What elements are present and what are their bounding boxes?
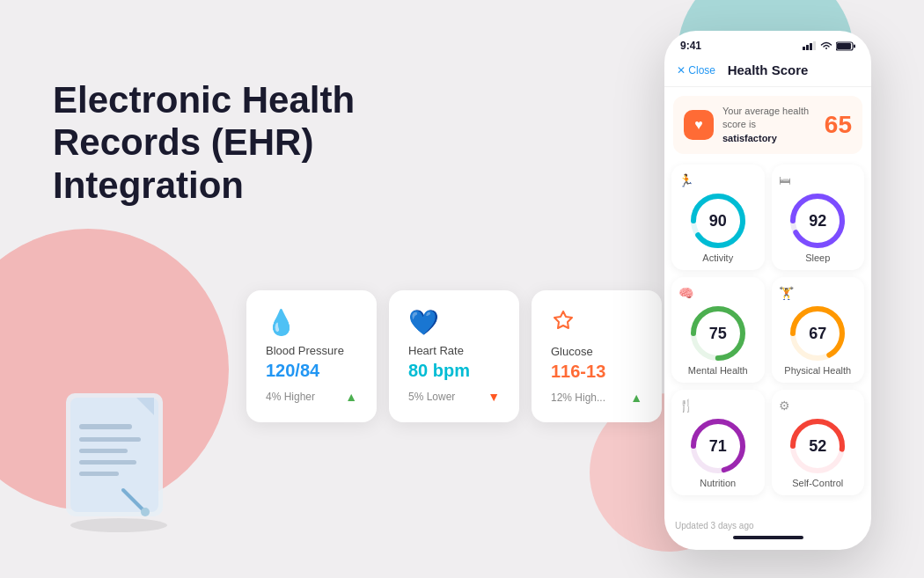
phone-footer: Updated 3 days ago [664, 514, 871, 550]
score-value-mental-health: 75 [709, 325, 727, 343]
score-value-self-control: 52 [809, 437, 826, 456]
metric-card-blood-pressure: 💧 Blood Pressure 120/84 4% Higher ▲ [246, 290, 377, 422]
home-bar [733, 536, 803, 539]
svg-rect-14 [813, 41, 816, 50]
score-icon-nutrition: 🍴 [678, 399, 693, 413]
score-value-physical-health: 67 [809, 325, 826, 343]
updated-text: Updated 3 days ago [675, 521, 754, 530]
score-label-activity: Activity [702, 252, 733, 263]
phone-status-bar: 9:41 [664, 31, 871, 57]
svg-rect-16 [837, 43, 851, 49]
card-value-glucose: 116-13 [551, 362, 642, 382]
close-button[interactable]: ✕ Close [677, 64, 715, 77]
svg-rect-8 [79, 472, 119, 476]
card-icon-glucose [551, 308, 642, 338]
card-value-blood-pressure: 120/84 [266, 361, 357, 381]
health-heart-icon: ♥ [684, 110, 714, 140]
svg-rect-17 [854, 44, 855, 48]
card-footer-blood-pressure: 4% Higher ▲ [266, 390, 357, 404]
score-icon-mental-health: 🧠 [678, 286, 693, 300]
phone-content[interactable]: 🏃 90 Activity 🛏 92 Sleep 🧠 [664, 161, 871, 514]
svg-rect-5 [79, 437, 141, 442]
score-label-sleep: Sleep [805, 252, 830, 263]
footer-text-blood-pressure: 4% Higher [266, 391, 315, 403]
score-label-self-control: Self-Control [792, 478, 843, 488]
metric-cards: 💧 Blood Pressure 120/84 4% Higher ▲ 💙 He… [246, 290, 662, 422]
card-icon-heart-rate: 💙 [408, 308, 500, 337]
score-label-physical-health: Physical Health [784, 365, 851, 376]
card-label-glucose: Glucose [551, 345, 642, 358]
left-section: Electronic Health Records (EHR) Integrat… [53, 79, 387, 207]
footer-text-glucose: 12% High... [551, 391, 605, 404]
status-icons [803, 41, 855, 51]
health-score-description: Your average health score is satisfactor… [722, 105, 816, 145]
svg-rect-2 [70, 398, 158, 512]
score-icon-self-control: ⚙ [779, 399, 790, 413]
score-label-mental-health: Mental Health [688, 365, 748, 376]
score-grid: 🏃 90 Activity 🛏 92 Sleep 🧠 [671, 161, 864, 499]
score-icon-physical-health: 🏋 [779, 286, 794, 300]
score-icon-activity: 🏃 [678, 173, 693, 187]
score-circle-nutrition: 71 [690, 418, 746, 474]
card-icon-blood-pressure: 💧 [266, 308, 357, 337]
card-label-heart-rate: Heart Rate [408, 344, 500, 357]
wifi-icon [820, 41, 832, 50]
score-circle-activity: 90 [690, 193, 746, 249]
phone-header: ✕ Close Health Score [664, 57, 871, 87]
card-footer-heart-rate: 5% Lower ▼ [408, 390, 500, 404]
svg-point-10 [141, 508, 150, 516]
svg-rect-7 [79, 460, 136, 465]
card-value-heart-rate: 80 bpm [408, 361, 500, 381]
metric-card-glucose: Glucose 116-13 12% High... ▲ [532, 290, 662, 422]
score-value-activity: 90 [709, 212, 727, 230]
score-card-sleep: 🛏 92 Sleep [772, 165, 865, 270]
score-card-physical-health: 🏋 67 Physical Health [772, 277, 865, 383]
svg-rect-4 [79, 424, 132, 429]
footer-text-heart-rate: 5% Lower [408, 391, 455, 403]
svg-rect-13 [810, 43, 812, 50]
card-label-blood-pressure: Blood Pressure [266, 344, 357, 357]
phone-mockup: 9:41 ✕ Close Health Score [664, 31, 871, 550]
doc-illustration [48, 376, 189, 534]
score-value-sleep: 92 [809, 212, 826, 230]
score-card-mental-health: 🧠 75 Mental Health [671, 277, 765, 383]
status-time: 9:41 [680, 40, 701, 52]
score-value-nutrition: 71 [709, 437, 727, 456]
trend-up-icon: ▲ [630, 391, 642, 405]
score-card-nutrition: 🍴 71 Nutrition [671, 390, 765, 495]
score-card-activity: 🏃 90 Activity [671, 165, 765, 270]
health-score-banner: ♥ Your average health score is satisfact… [673, 96, 862, 154]
card-footer-glucose: 12% High... ▲ [551, 391, 642, 405]
phone-header-title: Health Score [728, 62, 809, 77]
main-title: Electronic Health Records (EHR) Integrat… [53, 79, 387, 207]
score-circle-physical-health: 67 [789, 305, 846, 362]
trend-down-icon: ▼ [488, 390, 500, 404]
score-label-nutrition: Nutrition [700, 478, 736, 488]
svg-rect-6 [79, 449, 128, 453]
battery-icon [836, 41, 855, 51]
score-icon-sleep: 🛏 [779, 173, 791, 187]
metric-card-heart-rate: 💙 Heart Rate 80 bpm 5% Lower ▼ [389, 290, 519, 422]
score-circle-self-control: 52 [789, 418, 846, 474]
svg-point-0 [70, 518, 167, 532]
health-score-value: 65 [825, 111, 852, 139]
svg-rect-11 [803, 47, 805, 50]
score-card-self-control: ⚙ 52 Self-Control [772, 390, 865, 495]
svg-rect-12 [806, 45, 809, 50]
score-circle-mental-health: 75 [690, 305, 746, 362]
health-status: satisfactory [722, 133, 777, 143]
score-circle-sleep: 92 [789, 193, 846, 249]
trend-up-icon: ▲ [345, 390, 357, 404]
signal-icon [803, 41, 817, 50]
